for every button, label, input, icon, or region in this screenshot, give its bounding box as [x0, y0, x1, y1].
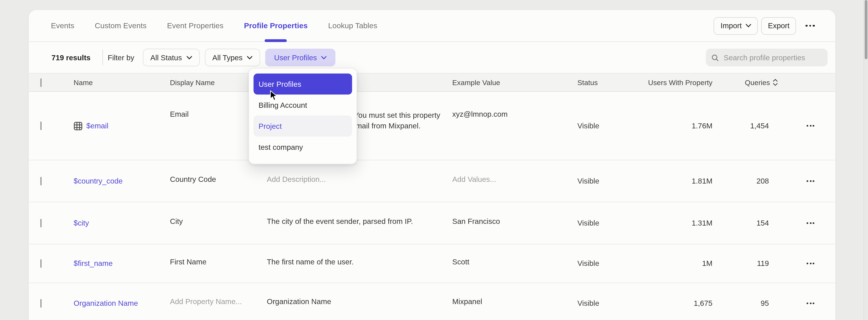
entity-filter-dropdown[interactable]: User Profiles: [265, 48, 336, 66]
row-checkbox[interactable]: [40, 219, 41, 227]
property-name-link[interactable]: Organization Name: [74, 299, 170, 307]
status-value[interactable]: Visible: [578, 219, 647, 227]
display-name-field[interactable]: City: [170, 217, 267, 225]
example-value-field[interactable]: San Francisco: [452, 217, 578, 225]
filter-bar: 719 results Filter by All Status All Typ…: [29, 42, 836, 74]
property-name: Organization Name: [74, 299, 138, 307]
tab-events[interactable]: Events: [51, 10, 74, 42]
table-row: Organization Name Add Property Name... O…: [29, 283, 836, 320]
header-status[interactable]: Status: [578, 78, 647, 86]
display-name-field[interactable]: Add Property Name...: [170, 297, 267, 306]
chevron-down-icon: [247, 56, 253, 60]
scrollbar-track[interactable]: [864, 0, 868, 320]
description-field[interactable]: Add Description...: [267, 175, 452, 184]
property-name-link[interactable]: $email: [74, 121, 170, 130]
users-with-property-value: 1M: [647, 259, 713, 268]
ellipsis-icon: [807, 263, 808, 264]
row-actions-button[interactable]: [807, 125, 836, 127]
import-label: Import: [720, 22, 742, 30]
select-all-checkbox[interactable]: [40, 78, 41, 86]
search-icon: [711, 53, 719, 62]
row-checkbox[interactable]: [40, 259, 41, 268]
export-label: Export: [768, 22, 789, 30]
description-field[interactable]: The city of the event sender, parsed fro…: [267, 217, 452, 225]
chevron-down-icon: [186, 56, 192, 60]
results-count: 719 results: [52, 53, 91, 62]
table-row: $first_name First Name The first name of…: [29, 244, 836, 283]
header-example-value[interactable]: Example Value: [452, 78, 578, 86]
display-name-field[interactable]: First Name: [170, 258, 267, 266]
tab-custom-events[interactable]: Custom Events: [95, 10, 147, 42]
example-value-field[interactable]: Scott: [452, 258, 578, 266]
search-input[interactable]: [724, 53, 822, 62]
example-value-field[interactable]: Add Values...: [452, 175, 578, 184]
scrollbar-thumb[interactable]: [865, 0, 867, 59]
queries-value: 1,454: [713, 121, 769, 130]
sort-icon: [773, 78, 778, 86]
display-name-field[interactable]: Country Code: [170, 175, 267, 184]
header-name[interactable]: Name: [74, 78, 170, 86]
table-row: $country_code Country Code Add Descripti…: [29, 161, 836, 203]
table-header: Name Display Name Example Value Status U…: [29, 74, 836, 92]
status-filter-label: All Status: [150, 53, 182, 62]
example-value-field[interactable]: Mixpanel: [452, 297, 578, 306]
property-name: $first_name: [74, 259, 113, 268]
menu-item-test-company[interactable]: test company: [254, 137, 352, 158]
search-box: [706, 48, 828, 66]
header-queries-label: Queries: [745, 78, 770, 86]
grid-icon: [74, 121, 83, 130]
tab-lookup-tables[interactable]: Lookup Tables: [328, 10, 377, 42]
chevron-down-icon: [321, 56, 327, 60]
status-value[interactable]: Visible: [578, 259, 647, 268]
tab-label: Custom Events: [95, 22, 147, 30]
more-options-button[interactable]: [803, 23, 817, 29]
menu-item-user-profiles[interactable]: User Profiles: [254, 74, 352, 95]
row-checkbox[interactable]: [40, 177, 41, 185]
entity-filter-label: User Profiles: [274, 53, 317, 62]
ellipsis-icon: [807, 125, 808, 127]
status-value[interactable]: Visible: [578, 299, 647, 307]
tab-profile-properties[interactable]: Profile Properties: [244, 10, 308, 42]
users-with-property-value: 1.31M: [647, 219, 713, 227]
users-with-property-value: 1.76M: [647, 121, 713, 130]
status-value[interactable]: Visible: [578, 177, 647, 185]
type-filter-dropdown[interactable]: All Types: [205, 48, 260, 66]
users-with-property-value: 1,675: [647, 299, 713, 307]
row-checkbox[interactable]: [40, 299, 41, 307]
description-field[interactable]: Organization Name: [267, 297, 452, 306]
property-name-link[interactable]: $first_name: [74, 259, 170, 268]
status-value[interactable]: Visible: [578, 121, 647, 130]
divider: [102, 50, 103, 65]
ellipsis-icon: [807, 222, 808, 224]
tab-event-properties[interactable]: Event Properties: [167, 10, 223, 42]
ellipsis-icon: [807, 180, 808, 182]
row-actions-button[interactable]: [807, 222, 836, 224]
tab-label: Event Properties: [167, 22, 223, 30]
row-actions-button[interactable]: [807, 180, 836, 182]
toolbar: Import Export: [714, 17, 836, 34]
import-button[interactable]: Import: [714, 17, 758, 34]
description-field[interactable]: The first name of the user.: [267, 258, 452, 266]
row-checkbox[interactable]: [40, 121, 41, 130]
type-filter-label: All Types: [212, 53, 243, 62]
mouse-cursor-icon: [270, 90, 278, 101]
header-queries[interactable]: Queries: [713, 78, 778, 86]
active-tab-underline: [265, 39, 287, 42]
tab-label: Events: [51, 22, 74, 30]
header-users-with-property[interactable]: Users With Property: [647, 78, 713, 86]
ellipsis-icon: [807, 302, 808, 304]
menu-item-project[interactable]: Project: [254, 116, 352, 137]
property-name-link[interactable]: $country_code: [74, 177, 170, 185]
property-name: $email: [87, 121, 108, 130]
chevron-down-icon: [746, 24, 751, 28]
entity-dropdown-menu: User Profiles Billing Account Project te…: [249, 68, 357, 164]
export-button[interactable]: Export: [762, 17, 796, 34]
row-actions-button[interactable]: [807, 302, 836, 304]
property-name-link[interactable]: $city: [74, 219, 170, 227]
row-actions-button[interactable]: [807, 263, 836, 264]
content-card: Events Custom Events Event Properties Pr…: [29, 10, 836, 320]
menu-item-billing-account[interactable]: Billing Account: [254, 95, 352, 116]
status-filter-dropdown[interactable]: All Status: [143, 48, 199, 66]
example-value-field[interactable]: xyz@lmnop.com: [452, 92, 578, 160]
users-with-property-value: 1.81M: [647, 177, 713, 185]
